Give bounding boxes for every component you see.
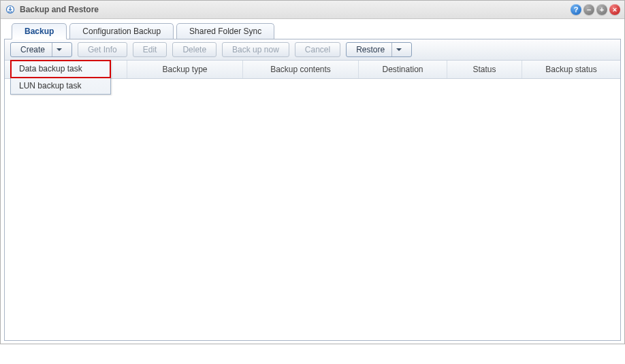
column-destination[interactable]: Destination (359, 61, 447, 78)
menu-item-label: Data backup task (19, 64, 82, 73)
cancel-button[interactable]: Cancel (295, 42, 340, 57)
maximize-button[interactable]: + (596, 4, 607, 15)
create-label: Create (20, 43, 45, 56)
window-title: Backup and Restore (20, 5, 99, 14)
edit-label: Edit (143, 43, 157, 56)
tab-backup[interactable]: Backup (12, 23, 67, 39)
column-backup-type[interactable]: Backup type (127, 61, 243, 78)
content-area: Backup Configuration Backup Shared Folde… (1, 19, 624, 344)
create-button[interactable]: Create (10, 42, 72, 57)
chevron-down-icon (396, 48, 402, 51)
column-backup-status[interactable]: Backup status (522, 61, 620, 78)
help-button[interactable]: ? (571, 4, 581, 15)
restore-button[interactable]: Restore (346, 42, 412, 57)
column-label: Backup contents (270, 65, 331, 74)
app-icon (5, 4, 16, 15)
create-menu: Data backup task LUN backup task (10, 60, 111, 95)
delete-button[interactable]: Delete (172, 42, 217, 57)
tab-label: Configuration Backup (82, 27, 161, 36)
tab-shared-folder-sync[interactable]: Shared Folder Sync (176, 23, 274, 39)
close-button[interactable]: × (609, 4, 620, 15)
menu-item-label: LUN backup task (19, 81, 81, 90)
window-backup-restore: Backup and Restore ? – + × Backup Config… (0, 0, 625, 344)
get-info-label: Get Info (88, 43, 117, 56)
edit-button[interactable]: Edit (133, 42, 167, 57)
minimize-button[interactable]: – (583, 4, 594, 15)
create-dropdown-toggle[interactable] (52, 43, 62, 56)
back-up-now-label: Back up now (232, 43, 279, 56)
column-label: Destination (382, 65, 423, 74)
get-info-button[interactable]: Get Info (78, 42, 127, 57)
tab-row: Backup Configuration Backup Shared Folde… (12, 22, 621, 39)
back-up-now-button[interactable]: Back up now (222, 42, 289, 57)
column-label: Status (472, 65, 496, 74)
tab-label: Shared Folder Sync (189, 27, 261, 36)
restore-dropdown-toggle[interactable] (391, 43, 402, 56)
toolbar: Create Get Info Edit Delete Back up now (5, 39, 620, 61)
delete-label: Delete (182, 43, 206, 56)
restore-label: Restore (356, 43, 385, 56)
menu-item-lun-backup-task[interactable]: LUN backup task (11, 78, 110, 94)
cancel-label: Cancel (305, 43, 330, 56)
column-status[interactable]: Status (447, 61, 522, 78)
column-backup-contents[interactable]: Backup contents (243, 61, 359, 78)
column-label: Backup type (162, 65, 207, 74)
titlebar: Backup and Restore ? – + × (1, 1, 624, 19)
tab-label: Backup (25, 27, 54, 36)
chevron-down-icon (57, 48, 62, 51)
menu-item-data-backup-task[interactable]: Data backup task (11, 61, 110, 78)
tab-configuration-backup[interactable]: Configuration Backup (69, 23, 174, 39)
column-label: Backup status (545, 65, 596, 74)
panel-backup: Create Get Info Edit Delete Back up now (4, 39, 621, 341)
